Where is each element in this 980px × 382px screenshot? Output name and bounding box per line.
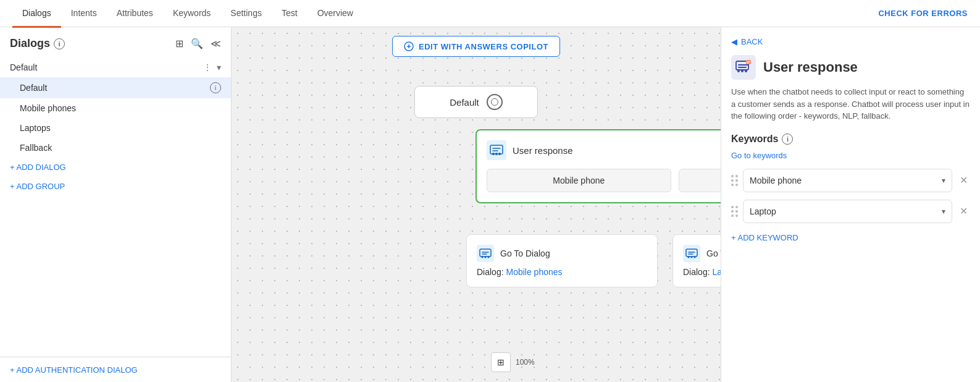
tab-settings[interactable]: Settings xyxy=(220,1,272,28)
panel-icon xyxy=(731,55,756,80)
goto-nodes-row: Go To Dialog Dialog: Mobile phones xyxy=(466,234,721,287)
sidebar-list: Default ⋮ ▾ Default i Mobile phones Lapt… xyxy=(0,55,231,357)
sidebar: Dialogs i ⊞ 🔍 ≪ Default ⋮ ▾ Defaul xyxy=(0,27,232,382)
goto-icon-laptops xyxy=(683,245,700,262)
tab-overview[interactable]: Overview xyxy=(308,1,363,28)
goto-icon-mobile xyxy=(477,245,494,262)
user-response-icon xyxy=(487,140,506,160)
tab-test[interactable]: Test xyxy=(272,1,308,28)
top-nav: Dialogs Intents Attributes Keywords Sett… xyxy=(0,0,980,27)
keyword-select-1[interactable]: Laptop ▾ xyxy=(743,200,952,223)
node-buttons: Mobile phone Laptop xyxy=(487,169,721,192)
laptop-node-btn[interactable]: Laptop xyxy=(679,169,721,192)
search-icon[interactable]: 🔍 xyxy=(191,38,203,49)
goto-header-laptops: Go To Dialog xyxy=(683,245,721,262)
user-response-panel-icon xyxy=(735,59,752,76)
svg-rect-1 xyxy=(487,140,506,160)
keywords-info-icon[interactable]: i xyxy=(782,134,793,145)
svg-point-5 xyxy=(498,153,501,155)
canvas-tools: ⊞ 100% xyxy=(491,352,535,372)
goto-header-mobile: Go To Dialog xyxy=(477,245,647,262)
goto-keywords-link[interactable]: Go to keywords xyxy=(731,151,970,160)
sidebar-item-default[interactable]: Default i xyxy=(0,77,231,98)
tab-attributes[interactable]: Attributes xyxy=(107,1,163,28)
sidebar-header: Dialogs i ⊞ 🔍 ≪ xyxy=(0,27,231,55)
svg-point-8 xyxy=(482,257,484,258)
drag-handle-0[interactable] xyxy=(731,175,738,186)
sidebar-item-fallback[interactable]: Fallback xyxy=(0,138,231,158)
sidebar-icon-group: ⊞ 🔍 ≪ xyxy=(175,38,221,49)
more-icon[interactable]: ⋮ xyxy=(203,62,212,72)
svg-point-9 xyxy=(485,257,487,258)
sidebar-item-mobile-phones[interactable]: Mobile phones xyxy=(0,98,231,118)
main-layout: Dialogs i ⊞ 🔍 ≪ Default ⋮ ▾ Defaul xyxy=(0,27,980,382)
mobile-phone-node-btn[interactable]: Mobile phone xyxy=(487,169,671,192)
add-auth-dialog-button[interactable]: + ADD AUTHENTICATION DIALOG xyxy=(10,365,138,375)
sidebar-info-icon[interactable]: i xyxy=(54,38,65,49)
remove-keyword-0-button[interactable]: ✕ xyxy=(957,172,970,189)
svg-rect-6 xyxy=(477,245,494,262)
keywords-section: Keywords i Go to keywords Mobile phone ▾… xyxy=(731,134,970,242)
goto-node-mobile[interactable]: Go To Dialog Dialog: Mobile phones xyxy=(466,234,658,287)
tab-keywords[interactable]: Keywords xyxy=(163,1,220,28)
keyword-row-0: Mobile phone ▾ ✕ xyxy=(731,169,970,192)
user-response-node[interactable]: User response Mobile phone Laptop xyxy=(475,129,721,203)
copilot-button[interactable]: EDIT WITH ANSWERS COPILOT xyxy=(392,36,560,57)
dropdown-icon[interactable]: ▾ xyxy=(217,62,221,72)
goto-dialog-label-laptops: Dialog: Laptops xyxy=(683,267,721,277)
sidebar-title: Dialogs i xyxy=(10,37,65,50)
svg-point-19 xyxy=(745,70,747,72)
sidebar-footer: + ADD AUTHENTICATION DIALOG xyxy=(0,357,231,382)
svg-point-13 xyxy=(688,257,690,258)
back-chevron-icon: ◀ xyxy=(731,37,737,46)
check-errors-button[interactable]: CHECK FOR ERRORS xyxy=(878,9,968,18)
keyword-select-0[interactable]: Mobile phone ▾ xyxy=(743,169,952,192)
select-chevron-icon: ▾ xyxy=(942,176,945,185)
svg-point-4 xyxy=(495,153,498,155)
svg-point-14 xyxy=(691,257,693,258)
group-header-icons: ⋮ ▾ xyxy=(203,62,221,72)
panel-title-section: User response xyxy=(731,55,970,80)
nav-tabs: Dialogs Intents Attributes Keywords Sett… xyxy=(12,0,363,27)
zoom-level: 100% xyxy=(516,358,535,367)
tab-dialogs[interactable]: Dialogs xyxy=(12,1,61,28)
default-node[interactable]: Default xyxy=(414,86,538,118)
goto-dialog-label-mobile: Dialog: Mobile phones xyxy=(477,267,647,277)
fit-screen-button[interactable]: ⊞ xyxy=(491,352,511,372)
remove-keyword-1-button[interactable]: ✕ xyxy=(957,203,970,219)
collapse-icon[interactable]: ≪ xyxy=(211,38,221,49)
svg-rect-11 xyxy=(683,245,700,262)
goto-link-laptops[interactable]: Laptops xyxy=(712,267,721,277)
panel-description: Use when the chatbot needs to collect in… xyxy=(731,86,970,122)
right-panel: ◀ BACK User response Use when the chatbo… xyxy=(721,27,980,382)
svg-point-10 xyxy=(488,257,490,258)
tab-intents[interactable]: Intents xyxy=(61,1,107,28)
target-icon xyxy=(487,94,503,110)
sidebar-item-laptops[interactable]: Laptops xyxy=(0,118,231,138)
back-button[interactable]: ◀ BACK xyxy=(731,37,970,46)
drag-handle-1[interactable] xyxy=(731,206,738,217)
grid-view-icon[interactable]: ⊞ xyxy=(175,38,183,49)
goto-node-laptops[interactable]: Go To Dialog Dialog: Laptops xyxy=(672,234,721,287)
add-dialog-button[interactable]: + ADD DIALOG xyxy=(0,158,231,177)
node-header: User response xyxy=(487,140,721,160)
goto-link-mobile[interactable]: Mobile phones xyxy=(506,267,562,277)
svg-point-18 xyxy=(741,70,743,72)
dialog-info-icon[interactable]: i xyxy=(210,82,221,93)
select-chevron-icon-1: ▾ xyxy=(942,207,945,216)
canvas-area[interactable]: EDIT WITH ANSWERS COPILOT Default User r… xyxy=(232,27,721,382)
svg-point-15 xyxy=(694,257,696,258)
add-group-button[interactable]: + ADD GROUP xyxy=(0,177,231,196)
dialog-group-default: Default ⋮ ▾ Default i Mobile phones Lapt… xyxy=(0,57,231,158)
keyword-row-1: Laptop ▾ ✕ xyxy=(731,200,970,223)
svg-point-3 xyxy=(492,153,495,155)
keywords-title: Keywords i xyxy=(731,134,970,145)
add-keyword-button[interactable]: + ADD KEYWORD xyxy=(731,233,798,242)
copilot-icon xyxy=(404,41,414,51)
svg-point-17 xyxy=(737,70,740,72)
dialog-group-header[interactable]: Default ⋮ ▾ xyxy=(0,57,231,77)
